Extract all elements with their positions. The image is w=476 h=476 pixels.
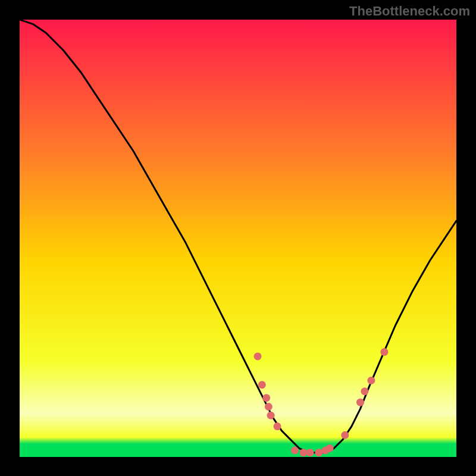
curve-marker [267, 412, 275, 419]
curve-marker [306, 449, 314, 456]
curve-marker [341, 431, 349, 439]
curve-marker [315, 449, 322, 456]
chart-background [20, 20, 456, 457]
curve-marker [291, 446, 299, 454]
curve-marker [367, 377, 375, 384]
curve-marker [265, 403, 273, 411]
curve-marker [380, 348, 388, 356]
curve-marker [361, 387, 368, 395]
chart-plot-area [20, 20, 456, 457]
curve-marker [262, 394, 270, 402]
curve-marker [254, 352, 262, 360]
curve-marker [274, 422, 281, 430]
curve-marker [326, 444, 334, 452]
curve-marker [356, 399, 364, 406]
watermark-text: TheBottleneck.com [349, 4, 470, 19]
curve-marker [258, 381, 266, 389]
